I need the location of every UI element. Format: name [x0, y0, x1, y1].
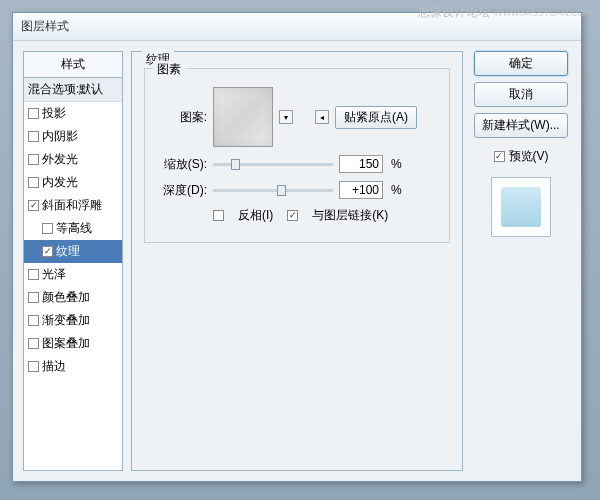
style-checkbox[interactable]	[28, 154, 39, 165]
style-label: 斜面和浮雕	[42, 197, 102, 214]
style-label: 外发光	[42, 151, 78, 168]
style-checkbox[interactable]	[28, 131, 39, 142]
link-layer-label: 与图层链接(K)	[312, 207, 388, 224]
style-item[interactable]: 投影	[24, 102, 122, 125]
ok-button[interactable]: 确定	[474, 51, 568, 76]
style-item[interactable]: 内阴影	[24, 125, 122, 148]
preview-label: 预览(V)	[509, 148, 549, 165]
style-item[interactable]: 渐变叠加	[24, 309, 122, 332]
style-label: 投影	[42, 105, 66, 122]
new-preset-icon[interactable]: ◂	[315, 110, 329, 124]
invert-label: 反相(I)	[238, 207, 273, 224]
scale-unit: %	[391, 157, 402, 171]
scale-input[interactable]	[339, 155, 383, 173]
style-label: 光泽	[42, 266, 66, 283]
pattern-group: 图素 图案: ▾ ◂ 贴紧原点(A) 缩放(S): % 深度(D):	[144, 68, 450, 243]
depth-unit: %	[391, 183, 402, 197]
scale-label: 缩放(S):	[157, 156, 207, 173]
style-checkbox[interactable]	[28, 361, 39, 372]
style-label: 内阴影	[42, 128, 78, 145]
styles-panel: 样式 混合选项:默认 投影内阴影外发光内发光斜面和浮雕等高线纹理光泽颜色叠加渐变…	[23, 51, 123, 471]
style-blend-options[interactable]: 混合选项:默认	[24, 78, 122, 102]
styles-list: 混合选项:默认 投影内阴影外发光内发光斜面和浮雕等高线纹理光泽颜色叠加渐变叠加图…	[24, 78, 122, 470]
style-item[interactable]: 纹理	[24, 240, 122, 263]
style-item[interactable]: 光泽	[24, 263, 122, 286]
depth-label: 深度(D):	[157, 182, 207, 199]
style-checkbox[interactable]	[28, 292, 39, 303]
new-style-button[interactable]: 新建样式(W)...	[474, 113, 568, 138]
style-label: 纹理	[56, 243, 80, 260]
styles-header: 样式	[24, 52, 122, 78]
preview-checkbox[interactable]	[494, 151, 505, 162]
style-item[interactable]: 图案叠加	[24, 332, 122, 355]
style-label: 等高线	[56, 220, 92, 237]
style-checkbox[interactable]	[28, 177, 39, 188]
cancel-button[interactable]: 取消	[474, 82, 568, 107]
pattern-group-label: 图素	[153, 61, 185, 78]
link-layer-checkbox[interactable]	[287, 210, 298, 221]
snap-origin-button[interactable]: 贴紧原点(A)	[335, 106, 417, 129]
style-item[interactable]: 描边	[24, 355, 122, 378]
style-label: 图案叠加	[42, 335, 90, 352]
layer-style-dialog: 图层样式 样式 混合选项:默认 投影内阴影外发光内发光斜面和浮雕等高线纹理光泽颜…	[12, 12, 582, 482]
style-checkbox[interactable]	[28, 338, 39, 349]
texture-panel: 纹理 图素 图案: ▾ ◂ 贴紧原点(A) 缩放(S): %	[131, 51, 463, 471]
style-label: 渐变叠加	[42, 312, 90, 329]
style-item[interactable]: 内发光	[24, 171, 122, 194]
style-checkbox[interactable]	[42, 223, 53, 234]
style-item[interactable]: 等高线	[24, 217, 122, 240]
style-item[interactable]: 斜面和浮雕	[24, 194, 122, 217]
invert-checkbox[interactable]	[213, 210, 224, 221]
style-checkbox[interactable]	[28, 108, 39, 119]
style-label: 颜色叠加	[42, 289, 90, 306]
pattern-label: 图案:	[157, 109, 207, 126]
pattern-swatch[interactable]	[213, 87, 273, 147]
style-label: 内发光	[42, 174, 78, 191]
dialog-title: 图层样式	[21, 19, 69, 33]
watermark: 思缘设计论坛WWW.MISSYUAN.COM	[418, 4, 592, 21]
style-label: 描边	[42, 358, 66, 375]
right-panel: 确定 取消 新建样式(W)... 预览(V)	[471, 51, 571, 471]
style-checkbox[interactable]	[28, 269, 39, 280]
pattern-dropdown-icon[interactable]: ▾	[279, 110, 293, 124]
style-item[interactable]: 外发光	[24, 148, 122, 171]
scale-slider[interactable]	[213, 163, 333, 166]
style-checkbox[interactable]	[28, 315, 39, 326]
style-checkbox[interactable]	[42, 246, 53, 257]
depth-slider[interactable]	[213, 189, 333, 192]
preview-box	[491, 177, 551, 237]
depth-input[interactable]	[339, 181, 383, 199]
style-checkbox[interactable]	[28, 200, 39, 211]
style-item[interactable]: 颜色叠加	[24, 286, 122, 309]
preview-swatch	[501, 187, 541, 227]
